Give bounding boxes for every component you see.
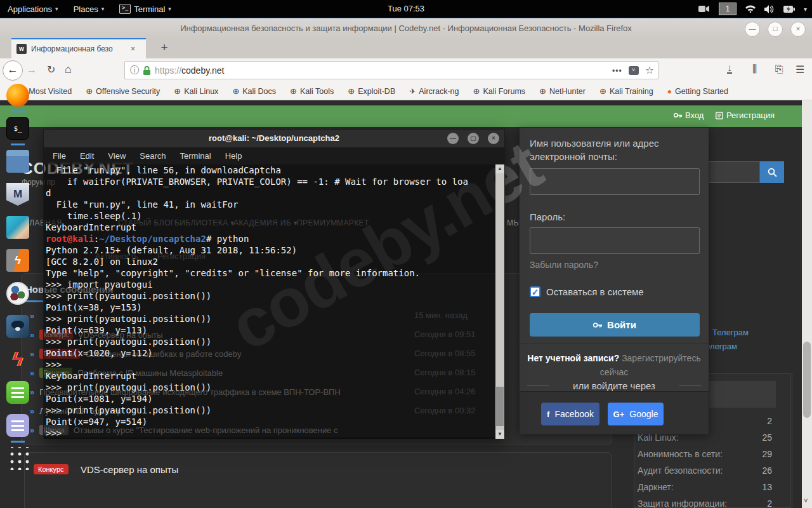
page-scrollbar-thumb[interactable] [803,342,811,418]
search-button[interactable] [760,161,784,183]
telegram-link[interactable]: Телеграм [712,328,749,337]
login-submit-label: Войти [607,319,636,330]
bookmark-nethunter[interactable]: ⊕NetHunter [539,87,586,96]
url-bar[interactable]: ⓘ https://codeby.net ••• ˅ ☆ [124,61,658,79]
avatar-icon [6,216,29,239]
no-account-label: Нет учетной записи? [527,353,619,363]
scroll-up-arrow-icon[interactable]: ▲ [495,164,504,173]
terminal-line: time.sleep(.1) [44,210,497,222]
bookmark-star-icon[interactable]: ☆ [645,64,654,76]
dock-item-firefox[interactable] [6,84,29,107]
dock-item-beef[interactable] [6,315,29,338]
navigation-toolbar: ← → ↻ ⌂ ⓘ https://codeby.net ••• ˅ ☆ ↓ ⫼… [0,58,812,83]
terminal-line: root@kali:~/Desktop/uncaptcha2# python [44,233,497,244]
tab-bar: w Информационная безо × + [0,38,812,58]
page-register-link[interactable]: Регистрация [716,110,775,120]
stat-value: 2 [767,495,772,508]
stat-value: 2 [767,413,772,429]
terminal-menu-edit[interactable]: Edit [80,151,94,161]
library-icon[interactable]: ⫼ [752,64,757,75]
divider [520,344,709,344]
tab-favicon: w [16,44,27,54]
maximize-button[interactable]: □ [768,22,783,37]
globe-icon: ⊕ [599,87,606,96]
dock-item-notes-green[interactable] [6,381,29,404]
forgot-password-link[interactable]: Забыли пароль? [530,260,598,270]
bookmark-exploit-db[interactable]: ⊕Exploit-DB [348,87,395,96]
home-button[interactable]: ⌂ [65,63,72,76]
bookmark-getting-started[interactable]: ●Getting Started [667,87,728,96]
featured-thread-card[interactable]: Конкурс VDS-сервер на опыты rashidikil19… [24,452,612,508]
google-login-button[interactable]: G+ Google [608,403,664,425]
terminal-scrollbar[interactable]: ▲ ▼ [495,164,504,439]
tab-close-icon[interactable]: × [131,44,135,53]
dock-item-terminal[interactable]: $_ [6,117,29,140]
terminal-content[interactable]: File "run.py", line 56, in downloadCaptc… [44,164,497,439]
reload-button[interactable]: ↻ [47,64,55,76]
bookmark-aircrack-ng[interactable]: ✈Aircrack-ng [409,87,459,96]
dock-item-faraday[interactable]: ϟ [6,348,29,371]
login-submit-button[interactable]: Войти [530,313,700,337]
dock-item-files[interactable] [6,150,29,173]
page-info-icon[interactable]: ⓘ [130,65,139,76]
bookmark-kali-forums[interactable]: ⊕Kali Forums [473,87,526,96]
forward-button[interactable]: → [27,64,37,76]
battery-icon [783,6,795,13]
terminal-menu-terminal[interactable]: Terminal [180,151,211,161]
dock-item-burp[interactable]: ϟ [6,249,29,272]
terminal-menu-view[interactable]: View [108,151,126,161]
page-login-link[interactable]: Вход [674,110,704,120]
page-login-label: Вход [685,110,704,120]
username-field[interactable] [530,168,700,195]
page-scrollbar[interactable]: ˅ [802,100,812,508]
terminal-maximize-button[interactable]: ▢ [468,133,479,144]
social-login-panel: f Facebook G+ Google [520,391,709,434]
pocket-icon[interactable]: ˅ [629,66,639,75]
terminal-line: KeyboardInterrupt [44,370,497,382]
dock-item-metasploit[interactable]: M [6,183,29,206]
terminal-line: Point(x=947, y=514) [44,416,497,427]
bookmark-kali-linux[interactable]: ⊕Kali Linux [174,87,218,96]
clock[interactable]: Tue 07:53 [0,4,812,13]
sidebar-toggle-icon[interactable]: ⎘ [775,64,783,75]
bookmark-kali-tools[interactable]: ⊕Kali Tools [290,87,334,96]
stay-logged-in-row[interactable]: ✓ Оставаться в системе [530,286,644,297]
dock-item-apps[interactable] [6,447,29,470]
dock-item-notes-purple[interactable] [6,414,29,437]
bookmark-kali-docs[interactable]: ⊕Kali Docs [232,87,276,96]
bookmark-kali-training[interactable]: ⊕Kali Training [599,87,653,96]
page-actions-icon[interactable]: ••• [612,66,622,75]
terminal-line: >>> [44,427,497,439]
facebook-login-button[interactable]: f Facebook [541,403,599,425]
terminal-line: >>> print(pyautogui.position()) [44,404,497,416]
dock-item-avatar[interactable] [6,216,29,239]
terminal-minimize-button[interactable]: — [447,133,459,144]
close-button[interactable]: × [790,22,806,37]
terminal-menu-help[interactable]: Help [225,151,242,161]
minimize-button[interactable]: — [745,22,760,37]
dock-item-dots[interactable] [6,282,29,305]
system-menu-chevron-icon[interactable]: ▾ [804,6,807,13]
terminal-scrollbar-thumb[interactable] [496,387,504,426]
password-field[interactable] [530,227,700,254]
terminal-close-button[interactable]: × [488,133,499,144]
terminal-titlebar[interactable]: root@kali: ~/Desktop/uncaptcha2 — ▢ × [44,130,504,147]
files-icon [6,150,29,173]
downloads-icon[interactable]: ↓ [727,64,732,74]
terminal-menu-search[interactable]: Search [140,151,166,161]
terminal-window[interactable]: root@kali: ~/Desktop/uncaptcha2 — ▢ × Fi… [43,129,505,438]
thread-title[interactable]: VDS-сервер на опыты [81,464,178,475]
url-text: https://codeby.net [155,65,225,76]
hamburger-menu-icon[interactable]: ☰ [796,64,804,76]
new-tab-button[interactable]: + [156,41,173,55]
scroll-down-arrow-icon[interactable]: ▼ [495,430,504,439]
bookmark-offensive-security[interactable]: ⊕Offensive Security [86,87,160,96]
checkbox-checked-icon[interactable]: ✓ [530,286,540,297]
workspace-indicator[interactable]: 1 [719,3,737,15]
terminal-line: File "run.py", line 56, in downloadCaptc… [44,164,497,176]
back-button[interactable]: ← [3,60,23,81]
https-lock-icon[interactable] [143,66,150,75]
scroll-down-arrow-icon[interactable]: ˅ [804,497,808,504]
tab-codeby[interactable]: w Информационная безо × [11,38,146,58]
terminal-menu-file[interactable]: File [53,151,66,161]
